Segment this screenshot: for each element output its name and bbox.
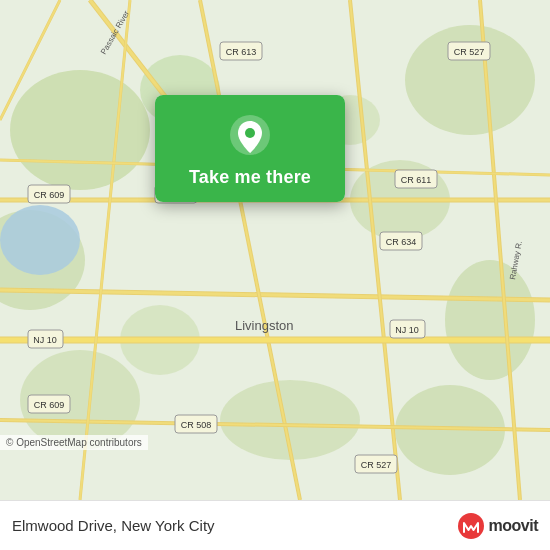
svg-text:NJ 10: NJ 10 — [395, 325, 419, 335]
svg-text:Livingston: Livingston — [235, 318, 294, 333]
location-popup[interactable]: Take me there — [155, 95, 345, 202]
take-me-there-button[interactable]: Take me there — [189, 167, 311, 188]
moovit-logo: moovit — [457, 512, 538, 540]
copyright-text: © OpenStreetMap contributors — [0, 435, 148, 450]
location-pin-icon — [228, 113, 272, 157]
moovit-icon — [457, 512, 485, 540]
svg-text:CR 609: CR 609 — [34, 190, 65, 200]
svg-text:NJ 10: NJ 10 — [33, 335, 57, 345]
svg-text:CR 527: CR 527 — [454, 47, 485, 57]
moovit-wordmark: moovit — [489, 517, 538, 535]
svg-text:CR 613: CR 613 — [226, 47, 257, 57]
svg-text:CR 609: CR 609 — [34, 400, 65, 410]
map-container: CR 613 CR 527 CR 609 CR 611 CR 609 CR 60… — [0, 0, 550, 500]
svg-point-1 — [10, 70, 150, 190]
popup-header: Take me there — [155, 95, 345, 202]
svg-point-5 — [445, 260, 535, 380]
svg-text:CR 508: CR 508 — [181, 420, 212, 430]
svg-point-61 — [245, 128, 255, 138]
svg-text:CR 634: CR 634 — [386, 237, 417, 247]
svg-text:CR 527: CR 527 — [361, 460, 392, 470]
map-background: CR 613 CR 527 CR 609 CR 611 CR 609 CR 60… — [0, 0, 550, 500]
svg-point-12 — [0, 205, 80, 275]
address-label: Elmwood Drive, New York City — [12, 517, 215, 534]
bottom-bar: Elmwood Drive, New York City moovit — [0, 500, 550, 550]
svg-text:CR 611: CR 611 — [401, 175, 432, 185]
